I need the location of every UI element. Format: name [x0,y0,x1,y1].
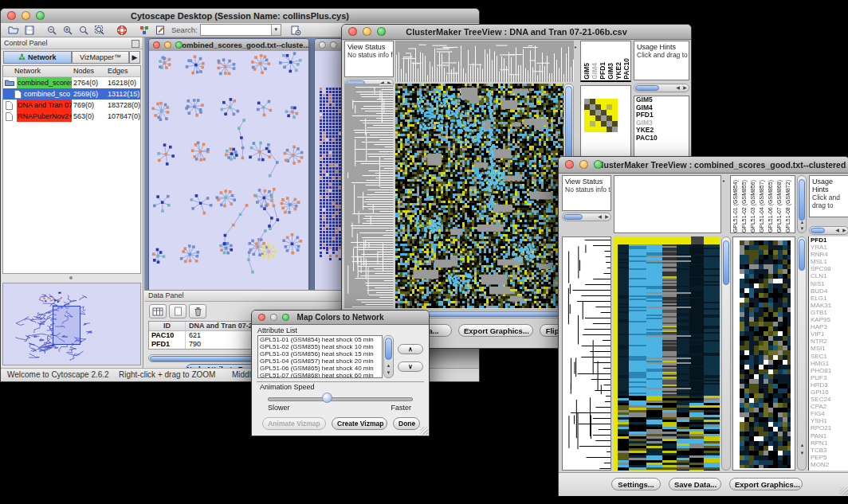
minimize-icon[interactable] [363,27,371,36]
gene-list-item[interactable]: MON2 [809,461,848,468]
close-icon[interactable] [348,27,357,36]
attribute-browser-icon[interactable] [288,24,304,37]
gene-list-item[interactable]: BUD4 [809,287,848,295]
vizmapper-icon[interactable] [136,24,152,37]
gene-list-item[interactable]: MSL1 [809,258,848,265]
close-icon[interactable] [319,41,326,49]
gene-list-item[interactable]: PUF3 [809,374,848,381]
gene-list-item[interactable]: GPI16 [809,389,848,396]
column-dendrogram-area[interactable] [614,175,721,233]
expression-heatmap-canvas[interactable] [614,236,720,471]
row-dendrogram-canvas[interactable] [563,237,610,470]
gene-list-item[interactable]: SEC1 [809,353,848,360]
close-icon[interactable] [258,314,265,321]
zoom-window-icon[interactable] [594,160,603,169]
gene-list-item[interactable]: TCB3 [809,447,848,454]
zoom-out-icon[interactable] [44,24,60,37]
gene-list[interactable]: GIM5GIM4PFD1GIM3YKE2PAC10 [634,96,689,142]
close-icon[interactable] [7,11,16,20]
column-dendrogram-canvas[interactable] [395,41,574,82]
gene-list-item[interactable]: HMG1 [809,360,848,367]
attribute-list-item[interactable]: GPL51-04 (GSM857) heat shock 20 min [258,357,382,365]
gene-list-item[interactable]: PEP5 [809,454,848,461]
delete-attribute-icon[interactable] [189,304,206,318]
panel-divider-handle[interactable] [69,276,73,279]
attribute-list-item[interactable]: GPL51-06 (GSM865) heat shock 40 min [258,365,382,372]
gene-list-item[interactable]: YRA1 [809,244,848,251]
view-status-scrollbar[interactable]: ◀▶ [562,213,611,221]
network-view-canvas-area[interactable] [149,51,308,290]
minimize-icon[interactable] [330,41,337,49]
network-view-titlebar[interactable]: combined_scores_good.txt--cluste... [149,39,308,52]
network-list-row[interactable]: RNAPuberNov2+563(0)107847(0) [3,111,140,122]
move-up-button[interactable]: ∧ [398,344,423,354]
row-dendrogram-canvas[interactable] [344,84,393,308]
gene-list-item[interactable]: YSH1 [809,417,848,424]
gene-list-item[interactable]: MSI1 [809,345,848,352]
network-list-row[interactable]: combined_scores2764(0)16218(0) [3,77,140,88]
minimize-icon[interactable] [270,314,277,321]
network-overview-canvas[interactable] [3,283,140,365]
gene-list-item[interactable]: RPN1 [809,440,848,447]
attribute-list-vscrollbar[interactable]: ▲▼ [383,335,394,378]
animate-vizmapbutton[interactable]: Animate Vizmap [262,417,326,430]
attribute-list-item[interactable]: GPL51-01 (GSM854) heat shock 05 min [258,336,382,343]
tab-vizmapper[interactable]: VizMapper™ [72,51,129,64]
create-vizmapbutton[interactable]: Create Vizmap [332,417,387,430]
gene-list-item[interactable]: NIS1 [809,280,848,287]
zoom-window-icon[interactable] [36,11,45,20]
open-icon[interactable] [6,24,22,37]
minimize-icon[interactable] [579,160,588,169]
gene-list-item[interactable]: RNR4 [809,251,848,258]
network-graph-canvas[interactable] [149,51,307,288]
gene-list-vscrollbar[interactable]: ▲▼ [797,236,807,471]
gene-list-item[interactable]: MAK31 [809,302,848,309]
search-input[interactable]: ▼ [200,24,281,36]
gene-list-item[interactable]: ELG1 [809,295,848,302]
resize-grip[interactable] [840,487,848,495]
slider-thumb[interactable] [322,393,332,403]
dialog-titlebar[interactable]: Map Colors to Network [252,311,429,325]
column-labels-vscrollbar[interactable]: ▲▼ [797,175,807,233]
usage-hints-scrollbar[interactable]: ◀▶ [634,84,689,92]
cytoscape-titlebar[interactable]: Cytoscape Desktop (Session Name: collins… [1,9,479,24]
minimize-icon[interactable] [22,11,30,20]
heatmap-vscrollbar[interactable] [721,236,731,471]
splitter-arrow-icon[interactable]: ▸ [575,44,577,49]
zoom-in-icon[interactable] [60,24,76,37]
gene-list-item[interactable]: VIP1 [809,330,848,338]
network-overview-panel[interactable] [2,283,141,365]
gene-list-item[interactable]: PAN1 [809,432,848,440]
gene-list-item[interactable]: PHO81 [809,367,848,374]
animation-speed-slider[interactable] [268,397,413,401]
treeview-dna-titlebar[interactable]: ClusterMaker TreeView : DNA and Tran 07-… [342,25,691,40]
float-panel-icon[interactable] [132,40,139,48]
gene-list-item[interactable]: CLN1 [809,272,848,279]
save-icon[interactable] [22,24,37,37]
gene-list-item[interactable]: HAP3 [809,323,848,330]
export-graphics-button[interactable]: Export Graphics... [458,324,533,337]
minimize-icon[interactable] [164,41,171,49]
close-icon[interactable] [153,41,160,49]
chevron-down-icon[interactable]: ▼ [271,25,281,35]
network-list-row[interactable]: DNA and Tran 07769(0)183728(0) [3,100,140,111]
zoom-fit-icon[interactable] [76,24,92,37]
settings-button[interactable]: Settings... [611,478,661,490]
gene-list-item[interactable]: KAP95 [809,316,848,323]
attribute-list-item[interactable]: GPL51-03 (GSM856) heat shock 15 min [258,350,382,357]
usage-hints-scrollbar[interactable]: ◀▶ [809,226,848,235]
attribute-list-item[interactable]: GPL51-02 (GSM855) heat shock 10 min [258,343,382,350]
attribute-list-item[interactable]: GPL51-07 (GSM868) heat shock 60 min [258,372,382,378]
treeview-combined-titlebar[interactable]: ClusterMaker TreeView : combined_scores_… [559,157,848,174]
similarity-mini-heatmap[interactable] [584,99,618,132]
new-attribute-icon[interactable] [169,304,186,318]
close-icon[interactable] [565,160,574,169]
gene-list-item[interactable]: PFD1 [809,236,848,244]
zoom-window-icon[interactable] [377,27,386,36]
move-down-button[interactable]: ∨ [398,361,423,372]
network-list-row[interactable]: combined_sco2569(6)13112(15) [3,88,140,100]
zoom-window-icon[interactable] [175,41,183,49]
gene-list-item[interactable]: SPC98 [809,265,848,272]
zoom-selected-icon[interactable] [92,24,108,37]
expression-heatmap-canvas[interactable] [395,84,563,308]
